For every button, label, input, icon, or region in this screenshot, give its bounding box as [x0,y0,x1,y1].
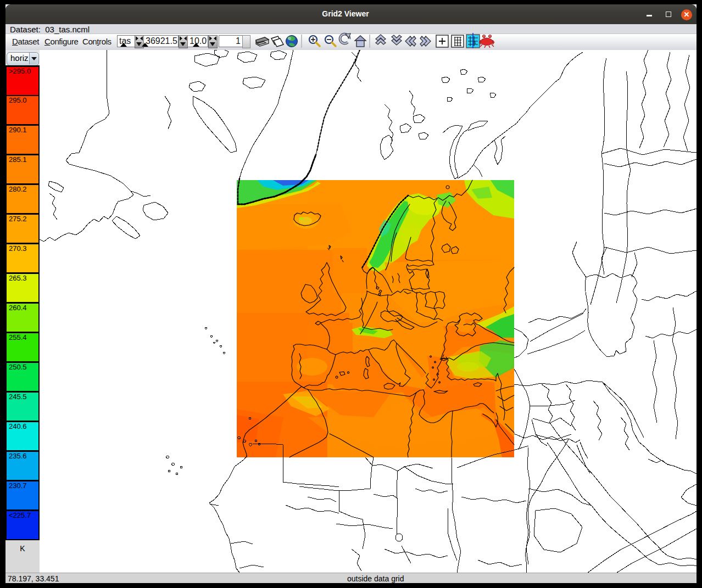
svg-text:s: s [473,40,476,45]
